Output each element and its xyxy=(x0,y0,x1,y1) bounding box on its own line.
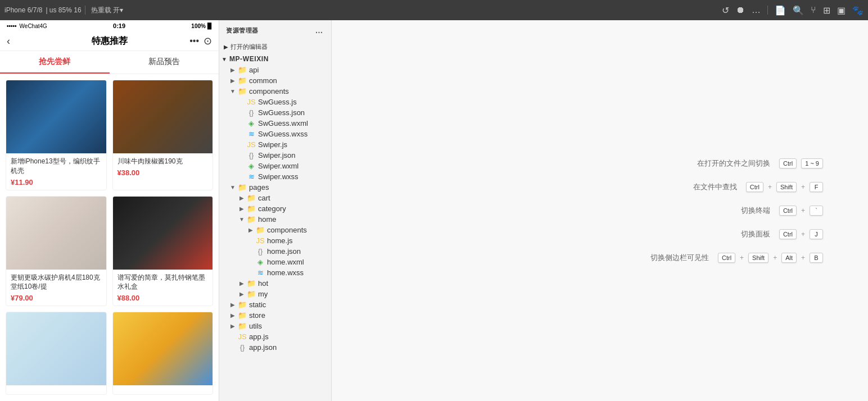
project-root[interactable]: ▼ MP-WEIXIN xyxy=(219,53,331,65)
folder-icon: 📁 xyxy=(237,76,247,85)
tree-item-swguess-wxss[interactable]: ≋ SwGuess.wxss xyxy=(219,129,331,139)
phone-tabs: 抢先尝鲜 新品预告 xyxy=(0,51,219,74)
tree-item-home-js[interactable]: JS home.js xyxy=(219,235,331,246)
plus-sep: + xyxy=(801,183,805,191)
chevron-down-icon: ▼ xyxy=(228,184,237,190)
tree-item-home-wxss[interactable]: ≋ home.wxss xyxy=(219,267,331,278)
tree-label: Swiper.json xyxy=(258,151,295,160)
refresh-icon[interactable]: ↺ xyxy=(722,5,729,16)
folder-icon: 📁 xyxy=(237,311,247,320)
more-options-icon[interactable]: … xyxy=(314,25,324,36)
tree-item-swiper-json[interactable]: {} Swiper.json xyxy=(219,150,331,161)
tree-label: static xyxy=(249,300,266,309)
tree-item-swguess-json[interactable]: {} SwGuess.json xyxy=(219,107,331,118)
tree-item-swiper-js[interactable]: JS Swiper.js xyxy=(219,139,331,150)
product-image xyxy=(113,312,213,385)
tree-item-home-json[interactable]: {} home.json xyxy=(219,246,331,257)
js-file-icon: JS xyxy=(246,140,256,149)
grid-icon[interactable]: ⊞ xyxy=(823,5,830,16)
js-file-icon: JS xyxy=(255,236,265,245)
product-info: 更韧更吸水碳护肩机4层180克堂纸10卷/提 ¥79.00 xyxy=(6,270,106,306)
shortcut-label: 在文件中查找 xyxy=(693,182,737,192)
product-name: 新增iPhone13型号，编织纹手机壳 xyxy=(11,157,102,176)
list-item[interactable]: 川味牛肉辣椒酱190克 ¥38.00 xyxy=(112,80,214,190)
tree-item-swguess-js[interactable]: JS SwGuess.js xyxy=(219,97,331,107)
project-name: MP-WEIXIN xyxy=(229,55,269,63)
tree-item-cart[interactable]: ▶ 📁 cart xyxy=(219,193,331,203)
folder-icon: 📁 xyxy=(246,290,256,298)
search-icon[interactable]: 🔍 xyxy=(793,5,804,16)
tree-item-api[interactable]: ▶ 📁 api xyxy=(219,65,331,75)
tree-item-my[interactable]: ▶ 📁 my xyxy=(219,289,331,299)
key-b: B xyxy=(810,253,823,263)
phone-status-bar: ••••• WeChat4G 0:19 100% ▉ xyxy=(0,20,219,31)
list-item[interactable]: 新增iPhone13型号，编织纹手机壳 ¥11.90 xyxy=(6,80,107,190)
git-icon[interactable]: ⑂ xyxy=(811,5,816,15)
tree-item-swguess-wxml[interactable]: ◈ SwGuess.wxml xyxy=(219,118,331,129)
tab-new[interactable]: 新品预告 xyxy=(110,51,219,74)
list-item[interactable] xyxy=(6,312,107,395)
tree-item-home-wxml[interactable]: ◈ home.wxml xyxy=(219,257,331,267)
main-layout: ••••• WeChat4G 0:19 100% ▉ ‹ 特惠推荐 ••• ⊙ … xyxy=(0,20,868,401)
chevron-down-icon: ▼ xyxy=(221,56,227,62)
nav-dots-icon[interactable]: ••• xyxy=(189,36,199,46)
folder-icon: 📁 xyxy=(246,215,256,224)
record-icon[interactable]: ⏺ xyxy=(736,5,745,15)
tree-item-common[interactable]: ▶ 📁 common xyxy=(219,75,331,86)
key-j: J xyxy=(810,229,823,239)
tree-item-app-json[interactable]: {} app.json xyxy=(219,342,331,353)
key-ctrl: Ctrl xyxy=(718,253,735,263)
tree-item-home-components[interactable]: ▶ 📁 components xyxy=(219,225,331,235)
list-item[interactable] xyxy=(112,312,214,395)
tree-item-store[interactable]: ▶ 📁 store xyxy=(219,310,331,321)
tree-label: my xyxy=(258,290,268,298)
tree-item-static[interactable]: ▶ 📁 static xyxy=(219,299,331,310)
tree-label: SwGuess.json xyxy=(258,108,305,117)
tree-item-components[interactable]: ▼ 📁 components xyxy=(219,86,331,97)
tree-item-utils[interactable]: ▶ 📁 utils xyxy=(219,321,331,331)
tree-label: components xyxy=(267,226,307,234)
tree-item-app-js[interactable]: JS app.js xyxy=(219,331,331,342)
explorer-tree: ▶ 打开的编辑器 ▼ MP-WEIXIN ▶ 📁 api ▶ 📁 common xyxy=(219,40,331,401)
table-icon[interactable]: ▣ xyxy=(837,5,846,16)
key-ctrl: Ctrl xyxy=(746,182,763,192)
product-info xyxy=(113,385,213,394)
tree-item-swiper-wxml[interactable]: ◈ Swiper.wxml xyxy=(219,161,331,171)
product-price: ¥11.90 xyxy=(11,178,102,186)
file-icon[interactable]: 📄 xyxy=(775,5,786,16)
list-item[interactable]: 谱写爱的简章，莫扎特钢笔墨水礼盒 ¥88.00 xyxy=(112,196,214,307)
product-image xyxy=(113,80,213,153)
tree-item-home[interactable]: ▼ 📁 home xyxy=(219,214,331,225)
paw-icon[interactable]: 🐾 xyxy=(852,5,864,16)
folder-icon: 📁 xyxy=(237,66,247,74)
tree-item-pages[interactable]: ▼ 📁 pages xyxy=(219,182,331,193)
product-grid: 新增iPhone13型号，编织纹手机壳 ¥11.90 川味牛肉辣椒酱190克 ¥… xyxy=(6,80,213,395)
list-item[interactable]: 更韧更吸水碳护肩机4层180克堂纸10卷/提 ¥79.00 xyxy=(6,196,107,307)
shortcut-label: 切换面板 xyxy=(741,229,770,239)
tree-label: cart xyxy=(258,194,270,202)
tree-item-hot[interactable]: ▶ 📁 hot xyxy=(219,278,331,289)
hotreload-btn[interactable]: 热重载 开▾ xyxy=(89,4,125,16)
shortcut-label: 切换侧边栏可见性 xyxy=(650,253,709,263)
tree-item-category[interactable]: ▶ 📁 category xyxy=(219,203,331,214)
tree-label: SwGuess.js xyxy=(258,98,297,106)
tab-fresh[interactable]: 抢先尝鲜 xyxy=(0,51,110,74)
tree-label: utils xyxy=(249,322,262,330)
shortcut-label: 切换终端 xyxy=(741,206,770,216)
product-info: 谱写爱的简章，莫扎特钢笔墨水礼盒 ¥88.00 xyxy=(113,270,213,306)
tree-label: home.js xyxy=(267,236,293,245)
nav-target-icon[interactable]: ⊙ xyxy=(204,35,212,47)
product-name: 川味牛肉辣椒酱190克 xyxy=(117,157,209,166)
shortcut-switch-files: 在打开的文件之间切换 Ctrl 1 ~ 9 xyxy=(697,158,823,168)
key-ctrl: Ctrl xyxy=(779,229,797,239)
tree-label: category xyxy=(258,204,286,213)
product-image xyxy=(6,312,106,385)
tree-label: Swiper.wxml xyxy=(258,162,299,170)
back-button[interactable]: ‹ xyxy=(7,35,10,47)
opened-editors-section[interactable]: ▶ 打开的编辑器 xyxy=(219,40,331,53)
tree-item-swiper-wxss[interactable]: ≋ Swiper.wxss xyxy=(219,171,331,182)
js-file-icon: JS xyxy=(237,332,247,341)
tree-label: SwGuess.wxml xyxy=(258,119,308,127)
more-icon[interactable]: … xyxy=(752,5,761,15)
separator2 xyxy=(767,6,768,15)
